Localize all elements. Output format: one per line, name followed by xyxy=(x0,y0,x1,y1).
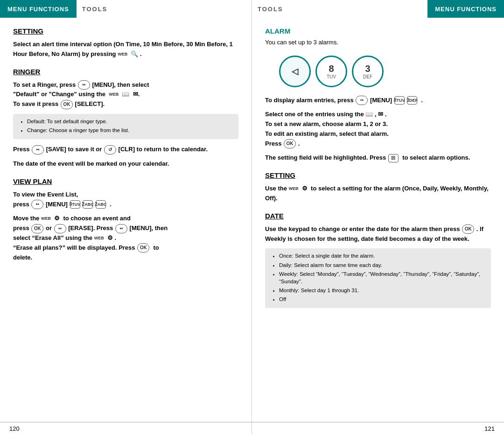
msg-icon-alarm: ✉ xyxy=(378,111,383,118)
date-bullet-5: Off xyxy=(279,295,484,303)
menu-btn-viewplan2: •• xyxy=(115,224,127,233)
erase-btn: •• xyxy=(54,224,66,233)
scroll-icon-setting: ⚙ xyxy=(302,185,308,192)
right-alarm-entries: Select one of the entries using the 📖 , … xyxy=(265,110,491,148)
right-footer: 121 xyxy=(252,422,504,435)
scroll-icon: ⚙ xyxy=(54,215,60,222)
ringer-bullet-1: Default: To set default ringer type. xyxy=(27,118,232,125)
left-setting-heading: SETTING xyxy=(13,27,238,35)
left-setting-body: Select an alert time interval option (On… xyxy=(13,40,238,59)
left-viewplan-body2: Move the WEB ⚙ to choose an event and pr… xyxy=(13,214,238,262)
left-save-clr-text: Press •• [SAVE] to save it or ↺ [CLR] to… xyxy=(13,145,238,154)
web-icon2: WEB xyxy=(94,236,104,240)
ringer-bullets-box: Default: To set default ringer type. Cha… xyxy=(13,114,238,139)
alarm-circle-3: 3 DEF xyxy=(352,56,384,87)
ringer-bullet-2: Change: Choose a ringer type from the li… xyxy=(27,126,232,134)
ok-btn-date: OK xyxy=(462,225,474,234)
date-bullet-list: Once: Select a single date for the alarm… xyxy=(272,252,484,303)
left-viewplan-body1: To view the Event List, press •• [MENU] … xyxy=(13,190,238,210)
right-alarm-heading: ALARM xyxy=(265,27,491,35)
right-menu-functions-label: MENU FUNCTIONS xyxy=(427,0,504,18)
right-date-body: Use the keypad to change or enter the da… xyxy=(265,225,491,244)
right-alarm-subtitle: You can set up to 3 alarms. xyxy=(265,38,491,47)
clr-button-icon: ↺ xyxy=(104,145,116,154)
web-icon-ringer: WEB xyxy=(109,92,119,97)
menu-button-ringer: •• xyxy=(78,80,90,90)
scroll-icon2: ⚙ xyxy=(107,234,113,241)
ok-btn-alarm: OK xyxy=(284,139,296,148)
left-date-text: The date of the event will be marked on … xyxy=(13,159,238,169)
2abc-btn1: 2ABC xyxy=(83,200,93,209)
2abc-btn2: 2ABC xyxy=(96,200,106,209)
left-tools-label: TOOLS xyxy=(77,6,113,13)
left-footer: 120 xyxy=(0,422,252,435)
date-bullet-1: Once: Select a single date for the alarm… xyxy=(279,252,484,260)
right-alarm-highlight: The setting field will be highlighted. P… xyxy=(265,153,491,163)
alarm-circle-1: ◁ xyxy=(279,56,311,87)
left-ringer-body: To set a Ringer, press •• [MENU], then s… xyxy=(13,80,238,109)
left-menu-functions-label: MENU FUNCTIONS xyxy=(0,0,77,18)
delete-icon-alarm: ☒ xyxy=(388,154,399,162)
right-alarm-display-text: To display alarm entries, press •• [MENU… xyxy=(265,96,491,105)
8tuv-btn: 8TUV xyxy=(70,200,80,209)
date-bullet-2: Daily: Select alarm for same time each d… xyxy=(279,261,484,269)
left-ringer-heading: RINGER xyxy=(13,68,238,76)
date-bullet-3: Weekly: Select “Monday”, “Tuesday”, “Wed… xyxy=(279,270,484,285)
right-page-number: 121 xyxy=(484,425,495,432)
date-bullet-4: Monthly: Select day 1 through 31. xyxy=(279,287,484,294)
left-viewplan-heading: VIEW PLAN xyxy=(13,177,238,185)
right-tools-label: TOOLS xyxy=(252,6,289,13)
ringer-bullet-list: Default: To set default ringer type. Cha… xyxy=(20,118,232,134)
ok-button-save: OK xyxy=(61,100,73,109)
right-setting-body: Use the WEB ⚙ to select a setting for th… xyxy=(265,184,491,203)
right-header: MENU FUNCTIONS TOOLS xyxy=(252,0,504,18)
save-button-icon: •• xyxy=(32,145,44,154)
3def-alarm: 3DEF xyxy=(407,96,417,105)
menu-btn-alarm: •• xyxy=(356,96,368,105)
book-icon-alarm: 📖 xyxy=(365,111,373,118)
msg-icon: ✉ xyxy=(133,91,138,98)
web-icon: WEB xyxy=(118,52,127,56)
right-date-heading: DATE xyxy=(265,212,491,220)
web-icon-setting: WEB xyxy=(289,187,299,191)
right-setting-heading: SETTING xyxy=(265,171,491,179)
left-header: MENU FUNCTIONS TOOLS xyxy=(0,0,252,18)
ok-btn-erase: OK xyxy=(137,243,149,253)
web-icon-viewplan: WEB xyxy=(41,217,51,221)
alarm-circle-2: 8 TUV xyxy=(315,56,347,87)
left-page-number: 120 xyxy=(9,425,20,432)
alarm-circles-group: ◁ 8 TUV 3 DEF xyxy=(279,56,491,87)
date-bullets-box: Once: Select a single date for the alarm… xyxy=(265,248,491,308)
book-icon: 📖 xyxy=(122,91,129,98)
8tuv-alarm: 8TUV xyxy=(394,96,405,105)
menu-button-viewplan: •• xyxy=(31,200,43,209)
ok-btn-viewplan: OK xyxy=(31,224,43,233)
